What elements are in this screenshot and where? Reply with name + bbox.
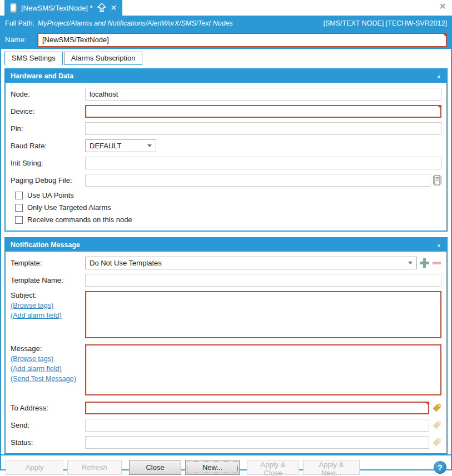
receive-commands-checkbox[interactable] [15,216,23,224]
section-hardware-and-data: Hardware and Data ▲ Node: Device: Pin: [4,68,448,232]
apply-and-close-button[interactable]: Apply & Close [247,460,299,475]
paging-debug-file-label: Paging Debug File: [11,176,85,184]
apply-button[interactable]: Apply [6,460,63,475]
full-path-label: Full Path: [5,19,34,27]
field-row-subject: Subject: (Browse tags) (Add alarm field) [11,291,441,338]
refresh-button[interactable]: Refresh [67,460,122,475]
full-path-bar: Full Path: MyProject/Alarms and Notifica… [0,16,452,31]
send-label: Send: [11,421,85,429]
pin-input[interactable] [85,122,441,135]
message-label: Message: [11,344,42,353]
field-row-send: Send: [11,419,441,432]
field-row-node: Node: [11,88,441,101]
name-input[interactable] [37,33,447,47]
template-name-input[interactable] [85,274,441,287]
field-row-init-string: Init String: [11,157,441,169]
window-close-icon[interactable]: ✕ [439,2,446,11]
tab-strip: SMS Settings Alarms Subscription [1,49,451,65]
field-row-pin: Pin: [11,122,441,135]
phone-icon [10,3,17,13]
footer-button-bar: Apply Refresh Close New... Apply & Close… [1,454,451,476]
device-input[interactable] [85,105,441,118]
invalid-corner-marker [425,402,429,406]
field-row-template: Template: Do Not Use Templates [11,257,441,269]
pin-label: Pin: [11,124,85,133]
init-string-input[interactable] [85,157,441,169]
tab-sms-settings[interactable]: SMS Settings [4,52,63,65]
init-string-label: Init String: [11,159,85,167]
subject-label: Subject: [11,291,37,299]
status-input[interactable] [85,436,429,449]
subject-browse-tags-link[interactable]: (Browse tags) [11,302,85,309]
only-targeted-alarms-checkbox[interactable] [15,204,23,212]
apply-and-new-button[interactable]: Apply & New... [303,460,360,475]
use-ua-points-checkbox[interactable] [15,192,23,199]
send-input[interactable] [85,419,429,432]
device-label: Device: [11,107,85,116]
template-label: Template: [11,259,85,267]
field-row-paging-debug-file: Paging Debug File: [11,174,441,187]
file-browse-icon[interactable] [433,175,441,186]
field-row-to-address: To Address: [11,402,441,414]
document-tab-close-icon[interactable]: ✕ [111,4,117,12]
to-address-tag-icon[interactable] [432,403,441,413]
subject-add-alarm-field-link[interactable]: (Add alarm field) [11,312,85,319]
field-row-message: Message: (Browse tags) (Add alarm field)… [11,344,441,395]
section-title: Hardware and Data [11,72,73,80]
checkbox-row-only-targeted-alarms: Only Use Targeted Alarms [15,203,441,212]
only-targeted-alarms-label: Only Use Targeted Alarms [27,203,111,212]
document-tab-title: [NewSMS/TextNode] * [21,4,93,12]
chevron-down-icon [147,144,152,147]
node-input[interactable] [85,88,441,101]
close-button[interactable]: Close [129,460,181,475]
name-row: Name: [0,31,452,49]
section-notification-message: Notification Message ▲ Template: Do Not … [4,237,448,454]
main-content: SMS Settings Alarms Subscription Hardwar… [0,49,452,470]
field-row-template-name: Template Name: [11,274,441,287]
name-label: Name: [5,36,31,44]
new-button[interactable]: New... [185,460,240,475]
status-label: Status: [11,438,85,447]
tab-alarms-subscription[interactable]: Alarms Subscription [64,52,143,65]
section-header-hardware: Hardware and Data ▲ [6,69,446,83]
titlebar: [NewSMS/TextNode] * ✕ ✕ [0,0,452,16]
field-row-device: Device: [11,105,441,118]
message-add-alarm-field-link[interactable]: (Add alarm field) [11,365,85,373]
to-address-input[interactable] [85,402,429,414]
send-tag-icon[interactable] [432,420,441,430]
field-row-baud-rate: Baud Rate: DEFAULT [11,139,441,152]
promote-arrow-icon[interactable] [97,3,106,12]
help-icon[interactable]: ? [434,461,446,474]
template-dropdown[interactable]: Do Not Use Templates [85,257,417,269]
message-browse-tags-link[interactable]: (Browse tags) [11,355,85,363]
add-template-icon[interactable] [420,258,429,268]
status-tag-icon[interactable] [432,438,441,447]
baud-rate-value: DEFAULT [90,142,122,150]
template-value: Do Not Use Templates [90,259,162,267]
to-address-label: To Address: [11,404,85,412]
field-row-status: Status: [11,436,441,449]
paging-debug-file-input[interactable] [85,174,430,187]
collapse-icon[interactable]: ▲ [436,243,441,248]
node-type-badge: [SMS/TEXT NODE] [TECHW-SVR2012] [323,19,447,27]
template-name-label: Template Name: [11,276,85,284]
checkbox-row-use-ua-points: Use UA Points [15,191,441,199]
section-header-notification: Notification Message ▲ [6,238,446,252]
baud-rate-dropdown[interactable]: DEFAULT [85,139,156,152]
section-title: Notification Message [11,241,80,249]
collapse-icon[interactable]: ▲ [436,74,441,79]
send-test-message-link[interactable]: (Send Test Message) [11,375,85,383]
node-label: Node: [11,90,85,98]
remove-template-icon[interactable] [432,258,441,268]
breadcrumb: MyProject/Alarms and Notifications/Alert… [38,19,324,27]
message-textarea[interactable] [85,344,441,395]
use-ua-points-label: Use UA Points [27,191,74,199]
document-tab[interactable]: [NewSMS/TextNode] * ✕ [4,0,122,16]
receive-commands-label: Receive commands on this node [27,216,132,224]
subject-textarea[interactable] [85,291,441,338]
checkbox-row-receive-commands: Receive commands on this node [15,216,441,224]
invalid-corner-marker [442,33,447,38]
invalid-corner-marker [437,105,441,109]
baud-rate-label: Baud Rate: [11,142,85,150]
chevron-down-icon [408,262,413,264]
